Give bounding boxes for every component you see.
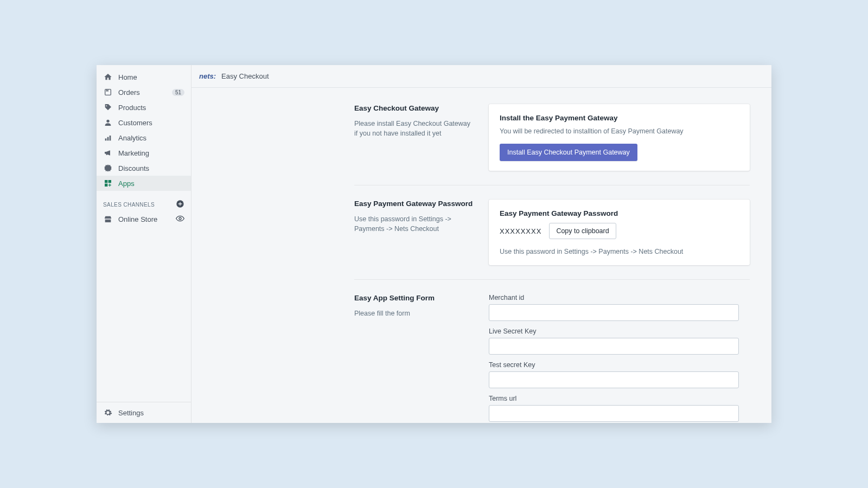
app-window: Home Orders 51 Products Customers	[97, 65, 771, 423]
main-panel: Easy Checkout Gateway Please install Eas…	[192, 88, 771, 423]
section-password-info: Easy Payment Gateway Password Use this p…	[354, 200, 474, 265]
install-gateway-button[interactable]: Install Easy Checkout Payment Gateway	[500, 144, 637, 161]
sidebar-item-label: Marketing	[118, 149, 149, 157]
svg-rect-6	[105, 180, 107, 183]
sidebar-item-label: Analytics	[118, 134, 146, 142]
sidebar-item-label: Settings	[118, 409, 144, 417]
sidebar-item-orders[interactable]: Orders 51	[97, 85, 191, 100]
apps-icon	[103, 178, 113, 188]
live-secret-input[interactable]	[489, 338, 739, 355]
sidebar-item-settings[interactable]: Settings	[97, 402, 191, 423]
sidebar-footer: Settings	[97, 402, 191, 423]
orders-icon	[103, 87, 113, 97]
merchant-id-label: Merchant id	[489, 294, 739, 301]
test-secret-input[interactable]	[489, 371, 739, 388]
section-gateway: Easy Checkout Gateway Please install Eas…	[354, 104, 750, 185]
page-title: Easy Checkout	[221, 72, 269, 80]
terms-url-label: Terms url	[489, 395, 739, 402]
password-mask: XXXXXXXX	[500, 227, 541, 235]
sidebar: Home Orders 51 Products Customers	[97, 65, 192, 423]
section-title: Easy App Setting Form	[354, 294, 474, 302]
section-desc: Please fill the form	[354, 309, 474, 318]
sidebar-item-home[interactable]: Home	[97, 69, 191, 85]
section-form-info: Easy App Setting Form Please fill the fo…	[354, 294, 474, 423]
sidebar-item-marketing[interactable]: Marketing	[97, 145, 191, 160]
test-secret-label: Test secret Key	[489, 361, 739, 369]
card-title: Install the Easy Payment Gateway	[500, 114, 739, 122]
sidebar-item-products[interactable]: Products	[97, 100, 191, 115]
section-desc: Use this password in Settings -> Payment…	[354, 214, 474, 234]
section-password: Easy Payment Gateway Password Use this p…	[354, 200, 750, 280]
sales-channels-header: SALES CHANNELS	[97, 191, 191, 211]
analytics-icon	[103, 133, 113, 143]
svg-point-10	[179, 217, 181, 220]
sidebar-item-label: Products	[118, 104, 146, 112]
svg-point-1	[106, 105, 107, 106]
sidebar-item-label: Home	[118, 73, 137, 81]
add-channel-icon[interactable]	[176, 200, 184, 209]
sidebar-item-customers[interactable]: Customers	[97, 115, 191, 130]
tag-icon	[103, 102, 113, 112]
svg-rect-8	[105, 184, 107, 187]
card-text: Use this password in Settings -> Payment…	[500, 248, 739, 255]
section-header-label: SALES CHANNELS	[103, 202, 155, 208]
sidebar-nav: Home Orders 51 Products Customers	[97, 65, 191, 402]
sidebar-item-label: Discounts	[118, 164, 149, 172]
gear-icon	[103, 408, 113, 418]
svg-rect-4	[107, 137, 109, 141]
card-text: You will be redirected to installtion of…	[500, 127, 739, 135]
svg-rect-3	[105, 138, 107, 140]
sidebar-item-label: Apps	[118, 179, 135, 188]
megaphone-icon	[103, 148, 113, 158]
store-icon	[103, 214, 113, 224]
svg-rect-7	[108, 180, 111, 183]
sidebar-item-analytics[interactable]: Analytics	[97, 130, 191, 145]
app-logo: nets:	[199, 72, 216, 80]
section-form: Easy App Setting Form Please fill the fo…	[354, 294, 750, 423]
card-title: Easy Payment Gateway Password	[500, 209, 739, 217]
content-area: nets: Easy Checkout Easy Checkout Gatewa…	[192, 65, 771, 423]
discount-icon	[103, 163, 113, 173]
topbar: nets: Easy Checkout	[192, 65, 771, 88]
live-secret-label: Live Secret Key	[489, 328, 739, 335]
svg-point-2	[106, 120, 109, 123]
svg-rect-5	[110, 136, 111, 140]
person-icon	[103, 118, 113, 127]
form-card: Merchant id Live Secret Key Test secret …	[489, 294, 750, 423]
section-title: Easy Payment Gateway Password	[354, 200, 474, 208]
section-gateway-info: Easy Checkout Gateway Please install Eas…	[354, 104, 474, 171]
sidebar-item-label: Orders	[118, 88, 140, 97]
merchant-id-input[interactable]	[489, 304, 739, 321]
sidebar-item-discounts[interactable]: Discounts	[97, 160, 191, 176]
orders-badge: 51	[172, 89, 184, 96]
sidebar-item-label: Online Store	[118, 215, 157, 223]
section-title: Easy Checkout Gateway	[354, 104, 474, 112]
sidebar-item-online-store[interactable]: Online Store	[97, 211, 191, 227]
sidebar-item-label: Customers	[118, 119, 152, 127]
copy-clipboard-button[interactable]: Copy to clipboard	[549, 223, 616, 239]
section-desc: Please install Easy Checkout Gateway if …	[354, 119, 474, 138]
terms-url-input[interactable]	[489, 405, 739, 422]
password-row: XXXXXXXX Copy to clipboard	[500, 223, 739, 239]
password-card: Easy Payment Gateway Password XXXXXXXX C…	[489, 200, 750, 265]
home-icon	[103, 72, 113, 82]
eye-icon[interactable]	[176, 214, 184, 224]
sidebar-item-apps[interactable]: Apps	[97, 176, 191, 191]
gateway-card: Install the Easy Payment Gateway You wil…	[489, 104, 750, 171]
